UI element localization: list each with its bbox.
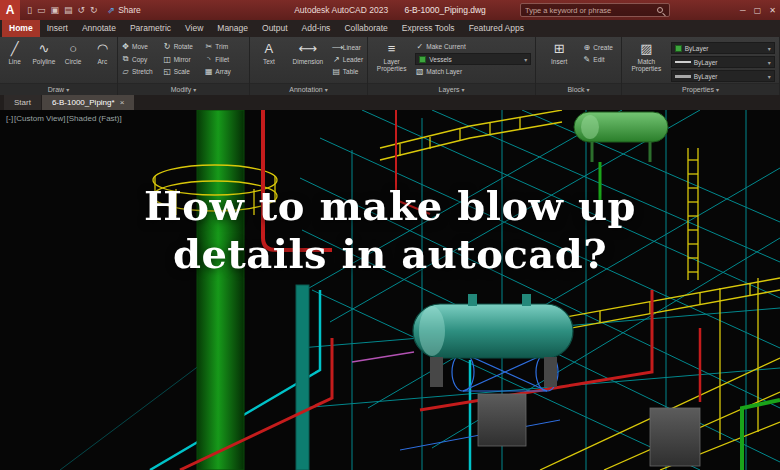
mirror-icon: ◫ — [163, 55, 172, 64]
polyline-icon: ∿ — [38, 41, 49, 57]
autocad-logo-letter: A — [6, 3, 15, 17]
linetype-select[interactable]: ByLayer ▾ — [671, 56, 775, 68]
undo-icon[interactable]: ↺ — [78, 5, 86, 15]
line-button[interactable]: ╱ Line — [0, 39, 29, 65]
table-button[interactable]: ▤Table — [332, 67, 363, 76]
tab-addins[interactable]: Add-ins — [295, 20, 338, 37]
teal-vessel — [413, 294, 573, 387]
layer-properties-icon: ≡ — [388, 41, 396, 57]
tab-drawing[interactable]: 6-B-1000_Piping* × — [42, 95, 134, 110]
linear-button[interactable]: ⟶Linear — [332, 43, 363, 52]
panel-modify-label: Modify — [171, 86, 192, 93]
move-icon: ✥ — [121, 42, 130, 51]
rotate-label: Rotate — [174, 43, 193, 50]
create-block-label: Create — [593, 44, 613, 51]
insert-block-button[interactable]: ⊞ Insert — [544, 39, 574, 65]
text-label: Text — [263, 58, 275, 65]
tab-collaborate[interactable]: Collaborate — [337, 20, 394, 37]
panel-block-footer[interactable]: Block▾ — [536, 83, 621, 95]
object-color-select[interactable]: ByLayer ▾ — [671, 42, 775, 54]
save-icon[interactable]: ▣ — [50, 5, 59, 15]
tab-view[interactable]: View — [178, 20, 210, 37]
document-title: 6-B-1000_Piping.dwg — [405, 5, 486, 15]
search-input[interactable] — [521, 6, 657, 15]
tab-annotate[interactable]: Annotate — [75, 20, 123, 37]
chevron-down-icon: ▾ — [587, 87, 590, 93]
tab-insert[interactable]: Insert — [40, 20, 75, 37]
maximize-button[interactable]: ▢ — [754, 6, 762, 15]
layer-properties-button[interactable]: ≡ Layer Properties — [372, 39, 412, 72]
panel-layers-footer[interactable]: Layers▾ — [368, 83, 535, 95]
view-control[interactable]: [Custom View] — [14, 114, 65, 123]
panel-draw-footer[interactable]: Draw▾ — [0, 83, 117, 95]
panel-block-label: Block — [567, 86, 584, 93]
panel-layers-label: Layers — [438, 86, 459, 93]
circle-button[interactable]: ○ Circle — [59, 39, 88, 65]
array-button[interactable]: ▦Array — [204, 67, 246, 76]
chevron-down-icon: ▾ — [716, 87, 719, 93]
linear-icon: ⟶ — [332, 43, 341, 52]
tab-home[interactable]: Home — [2, 20, 40, 37]
panel-annotation-footer[interactable]: Annotation▾ — [250, 83, 367, 95]
tab-featured-apps[interactable]: Featured Apps — [462, 20, 531, 37]
chevron-down-icon: ▾ — [524, 56, 527, 63]
fillet-button[interactable]: ◝Fillet — [204, 54, 246, 64]
create-block-button[interactable]: ⊕Create — [582, 43, 613, 52]
share-button[interactable]: ⇗ Share — [108, 5, 141, 15]
match-layer-button[interactable]: ▧Match Layer — [415, 67, 531, 76]
arc-button[interactable]: ◠ Arc — [88, 39, 117, 65]
ribbon: ╱ Line ∿ Polyline ○ Circle ◠ Arc Draw▾ — [0, 37, 780, 95]
lineweight-select[interactable]: ByLayer ▾ — [671, 70, 775, 82]
trim-button[interactable]: ✂Trim — [204, 42, 246, 51]
scale-button[interactable]: ◱Scale — [163, 67, 205, 76]
text-button[interactable]: A Text — [254, 39, 284, 65]
close-tab-icon[interactable]: × — [120, 98, 125, 107]
visual-style-control[interactable]: [Shaded (Fast)] — [67, 114, 122, 123]
match-properties-button[interactable]: ▨ Match Properties — [626, 39, 666, 72]
layer-select[interactable]: Vessels ▾ — [415, 53, 531, 65]
match-properties-label: Match Properties — [626, 58, 666, 72]
plot-icon[interactable]: ▤ — [64, 5, 73, 15]
tab-start[interactable]: Start — [4, 95, 41, 110]
tab-parametric[interactable]: Parametric — [123, 20, 178, 37]
make-current-button[interactable]: ✓Make Current — [415, 42, 531, 51]
drawing-canvas[interactable]: [-][Custom View][Shaded (Fast)] How to m… — [0, 110, 780, 470]
rotate-button[interactable]: ↻Rotate — [163, 42, 205, 51]
redo-icon[interactable]: ↻ — [90, 5, 98, 15]
match-properties-icon: ▨ — [640, 41, 652, 57]
viewport-menu-control[interactable]: [-] — [6, 114, 13, 123]
copy-button[interactable]: ⧉Copy — [121, 54, 163, 64]
polyline-button[interactable]: ∿ Polyline — [29, 39, 58, 65]
minimize-button[interactable]: ─ — [740, 6, 746, 15]
leader-button[interactable]: ↗Leader — [332, 55, 363, 64]
match-layer-icon: ▧ — [415, 67, 424, 76]
dimension-icon: ⟷ — [299, 41, 318, 57]
stretch-button[interactable]: ▱Stretch — [121, 67, 163, 76]
make-current-label: Make Current — [426, 43, 465, 50]
tab-express-tools[interactable]: Express Tools — [395, 20, 462, 37]
magenta-line — [352, 352, 414, 362]
new-file-icon[interactable]: ▯ — [27, 5, 32, 15]
tab-output[interactable]: Output — [255, 20, 295, 37]
dimension-button[interactable]: ⟷ Dimension — [288, 39, 328, 65]
panel-annotation-label: Annotation — [289, 86, 322, 93]
tab-manage[interactable]: Manage — [210, 20, 255, 37]
panel-properties-footer[interactable]: Properties▾ — [622, 83, 779, 95]
edit-block-button[interactable]: ✎Edit — [582, 55, 613, 64]
titlebar: A ▯ ▭ ▣ ▤ ↺ ↻ ⇗ Share Autodesk AutoCAD 2… — [0, 0, 780, 20]
panel-draw-label: Draw — [48, 86, 64, 93]
array-label: Array — [215, 68, 231, 75]
panel-properties: ▨ Match Properties ByLayer ▾ ByLayer ▾ — [622, 37, 780, 95]
panel-modify: ✥Move ↻Rotate ✂Trim ⧉Copy ◫Mirror ◝Fille… — [118, 37, 250, 95]
mirror-label: Mirror — [174, 56, 191, 63]
panel-block: ⊞ Insert ⊕Create ✎Edit Block▾ — [536, 37, 622, 95]
move-label: Move — [132, 43, 148, 50]
autocad-logo[interactable]: A — [0, 0, 20, 20]
panel-modify-footer[interactable]: Modify▾ — [118, 83, 249, 95]
close-button[interactable]: ✕ — [769, 6, 776, 15]
app-title: Autodesk AutoCAD 2023 — [294, 5, 388, 15]
mirror-button[interactable]: ◫Mirror — [163, 54, 205, 64]
search-icon[interactable] — [657, 7, 663, 13]
open-file-icon[interactable]: ▭ — [37, 5, 46, 15]
move-button[interactable]: ✥Move — [121, 42, 163, 51]
